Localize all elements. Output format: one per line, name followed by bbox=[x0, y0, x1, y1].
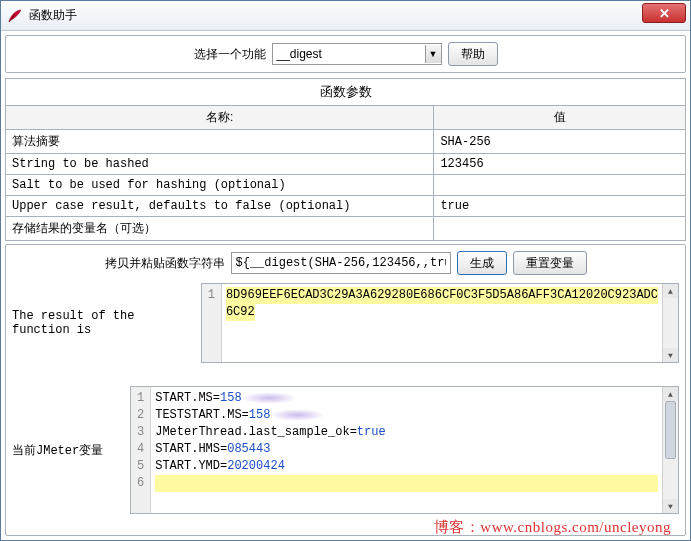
content-area: 选择一个功能 __digest ▼ 帮助 函数参数 名称: 值 算法摘要SHA-… bbox=[1, 31, 690, 540]
paste-row: 拷贝并粘贴函数字符串 生成 重置变量 bbox=[12, 251, 679, 275]
table-row: 算法摘要SHA-256 bbox=[6, 130, 686, 154]
scroll-up-icon: ▲ bbox=[663, 284, 678, 298]
scroll-up-icon: ▲ bbox=[663, 387, 678, 401]
params-table: 名称: 值 算法摘要SHA-256 String to be hashed123… bbox=[5, 105, 686, 241]
paste-label: 拷贝并粘贴函数字符串 bbox=[105, 255, 225, 272]
chevron-down-icon: ▼ bbox=[425, 45, 441, 63]
param-value[interactable]: 123456 bbox=[434, 154, 686, 175]
scroll-thumb[interactable] bbox=[665, 401, 676, 459]
param-value[interactable]: SHA-256 bbox=[434, 130, 686, 154]
window-frame: 函数助手 ✕ 选择一个功能 __digest ▼ 帮助 函数参数 名称: 值 算… bbox=[0, 0, 691, 541]
result-textarea[interactable]: 1 8D969EEF6ECAD3C29A3A629280E686CF0C3F5D… bbox=[201, 283, 679, 363]
param-value[interactable]: true bbox=[434, 196, 686, 217]
col-value-header: 值 bbox=[434, 106, 686, 130]
code-lines: START.MS=158 TESTSTART.MS=158 JMeterThre… bbox=[151, 387, 662, 513]
param-name: String to be hashed bbox=[6, 154, 434, 175]
scroll-down-icon: ▼ bbox=[663, 348, 678, 362]
result-row: The result of the function is 1 8D969EEF… bbox=[12, 283, 679, 363]
vars-row: 当前JMeter变量 123456 START.MS=158 TESTSTART… bbox=[12, 371, 679, 529]
table-row: Upper case result, defaults to false (op… bbox=[6, 196, 686, 217]
param-value[interactable] bbox=[434, 217, 686, 241]
feather-icon bbox=[7, 8, 23, 24]
gutter: 123456 bbox=[131, 387, 151, 513]
param-value[interactable] bbox=[434, 175, 686, 196]
scrollbar-vertical[interactable]: ▲ ▼ bbox=[662, 387, 678, 513]
params-section: 函数参数 名称: 值 算法摘要SHA-256 String to be hash… bbox=[5, 76, 686, 241]
output-box: 拷贝并粘贴函数字符串 生成 重置变量 The result of the fun… bbox=[5, 244, 686, 536]
params-section-title: 函数参数 bbox=[5, 78, 686, 105]
function-string-field[interactable] bbox=[231, 252, 451, 274]
window-title: 函数助手 bbox=[29, 7, 77, 24]
scroll-down-icon: ▼ bbox=[663, 499, 678, 513]
gutter: 1 bbox=[202, 284, 222, 362]
vars-label: 当前JMeter变量 bbox=[12, 442, 124, 459]
param-name: Upper case result, defaults to false (op… bbox=[6, 196, 434, 217]
generate-button[interactable]: 生成 bbox=[457, 251, 507, 275]
titlebar: 函数助手 ✕ bbox=[1, 1, 690, 31]
table-row: 存储结果的变量名（可选） bbox=[6, 217, 686, 241]
redacted-blur bbox=[242, 392, 297, 404]
table-row: Salt to be used for hashing (optional) bbox=[6, 175, 686, 196]
result-text: 8D969EEF6ECAD3C29A3A629280E686CF0C3F5D5A… bbox=[226, 288, 658, 302]
param-name: 算法摘要 bbox=[6, 130, 434, 154]
watermark: 博客：www.cnblogs.com/uncleyong bbox=[434, 518, 671, 537]
params-header-row: 名称: 值 bbox=[6, 106, 686, 130]
vars-textarea[interactable]: 123456 START.MS=158 TESTSTART.MS=158 JMe… bbox=[130, 386, 679, 514]
help-button[interactable]: 帮助 bbox=[448, 42, 498, 66]
select-function-label: 选择一个功能 bbox=[194, 46, 266, 63]
reset-vars-button[interactable]: 重置变量 bbox=[513, 251, 587, 275]
function-selector-box: 选择一个功能 __digest ▼ 帮助 bbox=[5, 35, 686, 73]
close-icon: ✕ bbox=[659, 7, 670, 20]
result-text: 6C92 bbox=[226, 305, 255, 319]
scrollbar-vertical[interactable]: ▲ ▼ bbox=[662, 284, 678, 362]
function-dropdown[interactable]: __digest ▼ bbox=[272, 43, 442, 65]
param-name: 存储结果的变量名（可选） bbox=[6, 217, 434, 241]
table-row: String to be hashed123456 bbox=[6, 154, 686, 175]
param-name: Salt to be used for hashing (optional) bbox=[6, 175, 434, 196]
result-label: The result of the function is bbox=[12, 309, 195, 337]
code-lines: 8D969EEF6ECAD3C29A3A629280E686CF0C3F5D5A… bbox=[222, 284, 662, 362]
redacted-blur bbox=[270, 409, 325, 421]
close-button[interactable]: ✕ bbox=[642, 3, 686, 23]
col-name-header: 名称: bbox=[6, 106, 434, 130]
function-dropdown-value: __digest bbox=[277, 47, 322, 61]
